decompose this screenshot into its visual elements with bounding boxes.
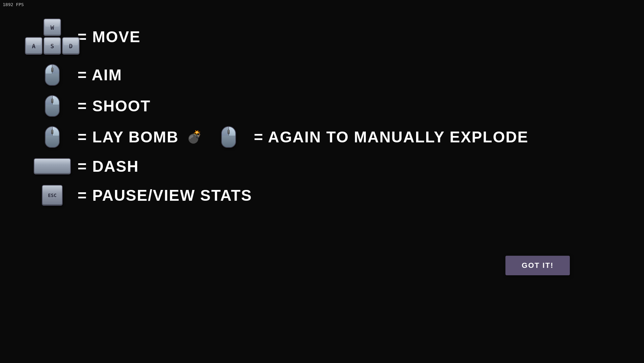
explode-label: = AGAIN TO MANUALLY EXPLODE (254, 128, 528, 146)
key-w: W (43, 19, 61, 36)
shoot-control: = SHOOT (34, 95, 528, 117)
pause-control: ESC = PAUSE/VIEW STATS (34, 185, 528, 206)
got-it-button[interactable]: GOT IT! (505, 256, 570, 275)
shoot-label: = SHOOT (78, 97, 151, 115)
move-label: = MOVE (78, 28, 141, 46)
key-s: S (43, 37, 61, 55)
esc-icon: ESC (34, 185, 71, 206)
spacebar-icon (34, 158, 71, 174)
lay-bomb-control: = LAY BOMB 💣 = AGAIN TO MANUALLY EXPLODE (34, 126, 528, 148)
key-a: A (25, 37, 42, 55)
dash-control: = DASH (34, 157, 528, 175)
pause-label: = PAUSE/VIEW STATS (78, 186, 252, 204)
key-d: D (62, 37, 80, 55)
mouse-left-icon (34, 64, 71, 86)
aim-label: = AIM (78, 66, 122, 84)
move-control: W A S D = MOVE (34, 19, 528, 55)
mouse-right-icon (34, 95, 71, 117)
wasd-icon: W A S D (34, 19, 71, 55)
dash-label: = DASH (78, 157, 139, 175)
fps-counter: 1892 FPS (3, 2, 24, 7)
lay-bomb-label: = LAY BOMB (78, 128, 179, 146)
mouse-right-bomb-icon (34, 126, 71, 148)
bomb-emoji: 💣 (187, 131, 202, 143)
mouse-right-icon-2 (210, 126, 247, 148)
aim-control: = AIM (34, 64, 528, 86)
controls-list: W A S D = MOVE = AIM (34, 19, 528, 206)
